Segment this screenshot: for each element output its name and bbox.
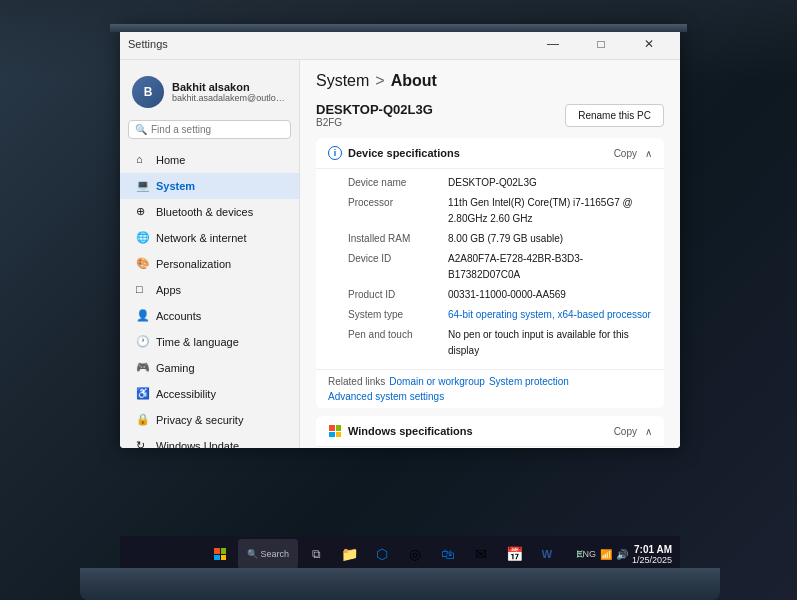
spec-label-processor: Processor	[348, 195, 448, 227]
sidebar-item-accessibility[interactable]: ♿ Accessibility	[120, 381, 299, 407]
sidebar-item-time[interactable]: 🕐 Time & language	[120, 329, 299, 355]
spec-label-pen-touch: Pen and touch	[348, 327, 448, 359]
spec-row-device-id: Device ID A2A80F7A-E728-42BR-B3D3-B17382…	[348, 249, 652, 285]
related-link-protection[interactable]: System protection	[489, 376, 569, 387]
sidebar: B Bakhit alsakon bakhit.asadalakem@outlo…	[120, 60, 300, 448]
user-name: Bakhit alsakon	[172, 81, 287, 93]
sidebar-item-bluetooth-label: Bluetooth & devices	[156, 206, 253, 218]
explorer-button[interactable]: 📁	[334, 539, 364, 569]
related-links: Related links Domain or workgroup System…	[316, 369, 664, 408]
spec-row-ram: Installed RAM 8.00 GB (7.79 GB usable)	[348, 229, 652, 249]
avatar: B	[132, 76, 164, 108]
privacy-icon: 🔒	[136, 413, 150, 427]
spec-label-device-id: Device ID	[348, 251, 448, 283]
spec-label-product-id: Product ID	[348, 287, 448, 303]
sidebar-item-home-label: Home	[156, 154, 185, 166]
title-bar: Settings — □ ✕	[120, 28, 680, 60]
spec-row-processor: Processor 11th Gen Intel(R) Core(TM) i7-…	[348, 193, 652, 229]
search-taskbar-button[interactable]: 🔍 Search	[238, 539, 298, 569]
personalization-icon: 🎨	[136, 257, 150, 271]
tray-date: 1/25/2025	[632, 555, 672, 565]
related-links-label: Related links	[328, 376, 385, 387]
spec-value-pen-touch: No pen or touch input is available for t…	[448, 327, 652, 359]
pc-name-section: DESKTOP-Q02L3G B2FG Rename this PC	[316, 102, 664, 128]
pc-name-info: DESKTOP-Q02L3G B2FG	[316, 102, 433, 128]
device-specs-header[interactable]: i Device specifications Copy ∧	[316, 138, 664, 169]
windows-specs-title: Windows specifications	[348, 425, 473, 437]
related-link-domain[interactable]: Domain or workgroup	[389, 376, 485, 387]
sidebar-item-gaming-label: Gaming	[156, 362, 195, 374]
store-button[interactable]: 🛍	[433, 539, 463, 569]
time-icon: 🕐	[136, 335, 150, 349]
close-button[interactable]: ✕	[626, 28, 672, 60]
tray-clock[interactable]: 7:01 AM 1/25/2025	[632, 544, 672, 565]
user-info: Bakhit alsakon bakhit.asadalakem@outlook…	[172, 81, 287, 103]
rename-pc-button[interactable]: Rename this PC	[565, 104, 664, 127]
word-button[interactable]: W	[532, 539, 562, 569]
device-specs-chevron: ∧	[645, 148, 652, 159]
tray-wifi-icon: 📶	[600, 549, 612, 560]
taskview-button[interactable]: ⧉	[301, 539, 331, 569]
update-icon: ↻	[136, 439, 150, 448]
breadcrumb-current: About	[391, 72, 437, 90]
device-specs-title: Device specifications	[348, 147, 460, 159]
windows-specs-copy[interactable]: Copy	[614, 426, 637, 437]
chrome-button[interactable]: ◎	[400, 539, 430, 569]
sidebar-item-accounts[interactable]: 👤 Accounts	[120, 303, 299, 329]
spec-value-system-type: 64-bit operating system, x64-based proce…	[448, 307, 652, 323]
sidebar-item-accessibility-label: Accessibility	[156, 388, 216, 400]
sidebar-item-network[interactable]: 🌐 Network & internet	[120, 225, 299, 251]
pc-name: DESKTOP-Q02L3G	[316, 102, 433, 117]
laptop-hinge	[110, 24, 687, 32]
network-icon: 🌐	[136, 231, 150, 245]
sidebar-item-home[interactable]: ⌂ Home	[120, 147, 299, 173]
sidebar-item-update[interactable]: ↻ Windows Update	[120, 433, 299, 448]
mail-button[interactable]: ✉	[466, 539, 496, 569]
sidebar-item-system[interactable]: 💻 System	[120, 173, 299, 199]
maximize-button[interactable]: □	[578, 28, 624, 60]
system-icon: 💻	[136, 179, 150, 193]
minimize-button[interactable]: —	[530, 28, 576, 60]
sidebar-item-privacy[interactable]: 🔒 Privacy & security	[120, 407, 299, 433]
search-box[interactable]: 🔍	[128, 120, 291, 139]
sidebar-item-privacy-label: Privacy & security	[156, 414, 243, 426]
sidebar-item-update-label: Windows Update	[156, 440, 239, 448]
sidebar-item-bluetooth[interactable]: ⊕ Bluetooth & devices	[120, 199, 299, 225]
breadcrumb-separator: >	[375, 72, 384, 90]
spec-row-product-id: Product ID 00331-11000-0000-AA569	[348, 285, 652, 305]
home-icon: ⌂	[136, 153, 150, 167]
related-link-advanced[interactable]: Advanced system settings	[328, 391, 444, 402]
spec-value-ram: 8.00 GB (7.79 GB usable)	[448, 231, 652, 247]
bluetooth-icon: ⊕	[136, 205, 150, 219]
search-input[interactable]	[151, 124, 284, 135]
windows-specs-chevron: ∧	[645, 426, 652, 437]
device-specs-section: i Device specifications Copy ∧ Device na…	[316, 138, 664, 408]
start-button[interactable]	[205, 539, 235, 569]
sidebar-item-apps-label: Apps	[156, 284, 181, 296]
window-title: Settings	[128, 38, 168, 50]
spec-label-system-type: System type	[348, 307, 448, 323]
device-specs-copy[interactable]: Copy	[614, 148, 637, 159]
taskbar-icons: 🔍 Search ⧉ 📁 ⬡ ◎ 🛍 ✉ 📅 W X	[205, 539, 595, 569]
accessibility-icon: ♿	[136, 387, 150, 401]
gaming-icon: 🎮	[136, 361, 150, 375]
sidebar-item-apps[interactable]: □ Apps	[120, 277, 299, 303]
sidebar-item-personalization[interactable]: 🎨 Personalization	[120, 251, 299, 277]
sidebar-item-gaming[interactable]: 🎮 Gaming	[120, 355, 299, 381]
spec-label-device-name: Device name	[348, 175, 448, 191]
device-specs-table: Device name DESKTOP-Q02L3G Processor 11t…	[316, 169, 664, 369]
pc-desc: B2FG	[316, 117, 433, 128]
info-icon: i	[328, 146, 342, 160]
user-email: bakhit.asadalakem@outlook.com	[172, 93, 287, 103]
spec-row-pen-touch: Pen and touch No pen or touch input is a…	[348, 325, 652, 361]
taskbar: 🔍 Search ⧉ 📁 ⬡ ◎ 🛍 ✉ 📅 W X ENG 📶 🔊 7:01 …	[120, 536, 680, 572]
sidebar-item-system-label: System	[156, 180, 195, 192]
edge-button[interactable]: ⬡	[367, 539, 397, 569]
sidebar-item-time-label: Time & language	[156, 336, 239, 348]
spec-value-device-name: DESKTOP-Q02L3G	[448, 175, 652, 191]
windows-logo-icon	[328, 424, 342, 438]
windows-specs-header[interactable]: Windows specifications Copy ∧	[316, 416, 664, 447]
tray-volume-icon: 🔊	[616, 549, 628, 560]
accounts-icon: 👤	[136, 309, 150, 323]
calendar-button[interactable]: 📅	[499, 539, 529, 569]
